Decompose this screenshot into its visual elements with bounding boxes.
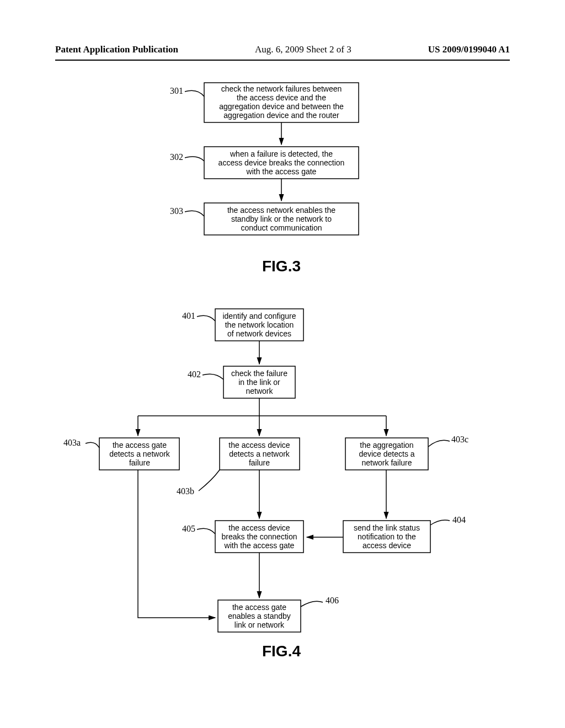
fig4-box-402-line3: network xyxy=(246,387,273,395)
fig3-box-302-line2: access device breaks the connection xyxy=(218,158,345,167)
header-left: Patent Application Publication xyxy=(55,44,178,55)
page-header: Patent Application Publication Aug. 6, 2… xyxy=(55,44,510,55)
fig4-caption: FIG.4 xyxy=(262,643,301,660)
fig4-ref-403c: 403c xyxy=(451,435,468,444)
fig4-box-405-line3: with the access gate xyxy=(224,541,295,550)
fig4-leader-403b xyxy=(199,470,220,491)
fig3-box-302-line3: with the access gate xyxy=(246,167,317,176)
fig4-leader-404 xyxy=(430,520,450,525)
fig3-box-301-line1: check the network failures between xyxy=(221,84,342,93)
fig4-box-402-line2: in the link or xyxy=(238,378,280,387)
fig4-box-406-line1: the access gate xyxy=(232,603,286,612)
fig4-box-406-line2: enables a standby xyxy=(228,612,291,620)
fig4-box-405-line1: the access device xyxy=(228,523,290,532)
fig3-box-302-line1: when a failure is detected, the xyxy=(230,149,333,158)
fig4-box-403b-line2: detects a network xyxy=(229,449,290,458)
fig3-ref-301: 301 xyxy=(170,86,183,95)
fig4-box-401-line2: the network location xyxy=(225,320,294,329)
fig3-box-301-line4: aggregation device and the router xyxy=(223,111,339,120)
header-center: Aug. 6, 2009 Sheet 2 of 3 xyxy=(255,44,351,55)
fig3-leader-302 xyxy=(185,157,204,161)
fig4-box-403c-line2: device detects a xyxy=(359,449,414,458)
fig3-leader-303 xyxy=(185,211,204,216)
fig3-box-301-line2: the access device and the xyxy=(237,93,326,102)
fig4-leader-403a xyxy=(86,442,99,448)
fig4-box-405-line2: breaks the connection xyxy=(222,532,297,541)
fig4-box-404-line1: send the link status xyxy=(354,523,420,532)
header-rule xyxy=(55,60,510,61)
fig4-box-403b-line3: failure xyxy=(249,458,270,467)
fig4-box-406-line3: link or network xyxy=(234,620,285,629)
fig4-box-402-line1: check the failure xyxy=(231,369,287,378)
fig3-box-303-line1: the access network enables the xyxy=(227,206,335,215)
fig4-box-401-line3: of network devices xyxy=(227,329,291,338)
fig4-ref-406: 406 xyxy=(326,596,339,605)
fig4-ref-405: 405 xyxy=(182,524,195,533)
fig3-box-301-line3: aggregation device and between the xyxy=(219,102,344,111)
fig4-leader-402 xyxy=(202,374,223,379)
fig4-box-404-line2: notification to the xyxy=(358,532,416,541)
fig4-box-403c-line3: network failure xyxy=(361,458,412,467)
fig4-box-403c-line1: the aggregation xyxy=(360,441,413,449)
fig4-ref-403a: 403a xyxy=(63,438,81,447)
fig3-leader-301 xyxy=(185,90,204,97)
fig4-ref-403b: 403b xyxy=(177,486,194,496)
fig3-box-303-line2: standby link or the network to xyxy=(231,215,332,223)
fig3-caption: FIG.3 xyxy=(262,258,301,275)
header-right: US 2009/0199040 A1 xyxy=(428,44,510,55)
diagram-canvas: check the network failures between the a… xyxy=(0,77,565,717)
fig4-leader-403c xyxy=(428,440,450,447)
fig3-box-303-line3: conduct communication xyxy=(241,223,322,232)
fig3-ref-302: 302 xyxy=(170,152,183,162)
fig4-ref-404: 404 xyxy=(452,515,466,524)
fig4-box-404-line3: access device xyxy=(363,541,411,550)
fig3-ref-303: 303 xyxy=(170,206,183,216)
fig4-box-403a-line2: detects a network xyxy=(109,449,170,458)
fig4-ref-402: 402 xyxy=(188,370,201,379)
fig4-box-401-line1: identify and configure xyxy=(222,312,296,320)
fig4-box-403a-line3: failure xyxy=(129,458,150,467)
fig4-leader-401 xyxy=(197,315,215,321)
fig4-leader-405 xyxy=(197,528,215,534)
fig4-ref-401: 401 xyxy=(182,311,195,320)
fig4-box-403a-line1: the access gate xyxy=(113,441,167,449)
fig4-leader-406 xyxy=(301,601,323,607)
fig4-box-403b-line1: the access device xyxy=(228,441,290,449)
